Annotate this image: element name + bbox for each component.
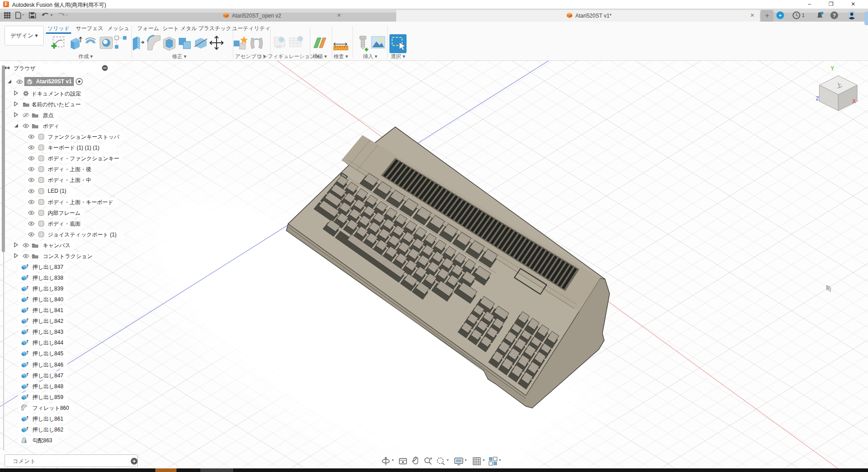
extensions-icon[interactable]: ✦ (776, 11, 784, 21)
browser-item[interactable]: ボディ・上面・キーボード (0, 198, 117, 206)
ribbon-group-dropdown[interactable]: 挿入 ▾ (363, 53, 377, 60)
redo-icon[interactable] (57, 12, 68, 21)
split-body-icon[interactable] (193, 34, 209, 54)
orbit-icon[interactable] (381, 456, 391, 468)
document-tab-inactive[interactable]: Atari520ST_open v2 ✕ (176, 10, 346, 22)
dropdown-caret[interactable]: ▼ (482, 458, 485, 462)
browser-scrollbar-thumb[interactable] (2, 65, 5, 252)
extrude-icon[interactable] (67, 34, 82, 54)
rectangular-pattern-icon[interactable] (113, 34, 128, 53)
close-button[interactable]: ✕ (846, 0, 860, 9)
browser-item[interactable]: 押し出し862 (0, 425, 117, 434)
ribbon-tab-5[interactable]: プラスチック (198, 25, 231, 32)
browser-header[interactable]: ◀◀ブラウザ (0, 64, 111, 73)
browser-root-row[interactable]: Atari520ST v1 (0, 77, 113, 86)
press-pull-icon[interactable] (130, 34, 145, 54)
construction-plane-icon[interactable] (311, 34, 328, 54)
browser-item[interactable]: ボディ・底面 (0, 219, 117, 228)
workspace-switcher[interactable]: デザイン ▾ (5, 26, 44, 45)
new-tab-button[interactable]: + (761, 10, 773, 22)
ribbon-group-dropdown[interactable]: 検査 ▾ (334, 53, 348, 60)
display-settings-icon[interactable] (454, 456, 465, 468)
configuration-icon[interactable] (271, 34, 289, 54)
file-menu-icon[interactable] (15, 12, 25, 21)
dropdown-caret[interactable]: ▼ (446, 458, 449, 462)
move-copy-icon[interactable] (208, 34, 225, 54)
grid-settings-icon[interactable] (472, 456, 482, 468)
save-icon[interactable] (29, 12, 36, 21)
browser-item[interactable]: ボディ・ファンクションキー (0, 154, 117, 163)
taskbar-app-active[interactable] (155, 468, 176, 472)
browser-item[interactable]: コンストラクション (0, 252, 117, 260)
joint-icon[interactable] (248, 34, 265, 54)
viewport-canvas[interactable]: 上前右YZX (0, 0, 868, 472)
user-avatar[interactable] (847, 11, 856, 22)
browser-item[interactable]: 勾配863 (0, 436, 117, 445)
browser-item[interactable]: 名前の付いたビュー (0, 100, 117, 109)
dropdown-caret[interactable]: ▼ (498, 458, 502, 462)
create-sketch-icon[interactable] (51, 34, 67, 53)
browser-item[interactable]: 押し出し842 (0, 317, 117, 325)
browser-item[interactable]: ボディ (0, 122, 117, 130)
browser-item[interactable]: 押し出し844 (0, 338, 117, 347)
browser-item[interactable]: ボディ・上面・中 (0, 176, 117, 184)
ribbon-group-dropdown[interactable]: コンフィギュレーション ▾ (257, 53, 319, 60)
look-at-icon[interactable] (398, 456, 408, 468)
canvas-icon[interactable] (370, 34, 386, 53)
ribbon-tab-4[interactable]: シート メタル (163, 25, 197, 32)
browser-item[interactable]: 押し出し838 (0, 273, 117, 282)
configuration-table-icon[interactable] (288, 34, 305, 54)
windows-taskbar[interactable] (0, 468, 868, 472)
browser-item[interactable]: 押し出し861 (0, 414, 117, 423)
browser-item[interactable]: 内部フレーム (0, 209, 117, 217)
ribbon-tab-3[interactable]: フォーム (137, 25, 159, 32)
help-icon[interactable]: ? (830, 11, 838, 21)
browser-item[interactable]: キーボード (1) (1) (1) (0, 143, 117, 152)
ribbon-group-dropdown[interactable]: 修正 ▾ (172, 53, 186, 60)
browser-item[interactable]: 原点 (0, 111, 117, 119)
shell-icon[interactable] (161, 34, 177, 54)
browser-item[interactable]: 押し出し839 (0, 284, 117, 293)
comment-bar[interactable]: コメント (5, 454, 138, 467)
ribbon-group-dropdown[interactable]: 選択 ▾ (391, 53, 405, 60)
ribbon-tab-2[interactable]: メッシュ (107, 25, 129, 32)
select-icon[interactable] (389, 34, 407, 55)
dropdown-caret[interactable]: ▼ (391, 458, 394, 462)
browser-item[interactable]: 押し出し848 (0, 382, 117, 390)
job-status-icon[interactable]: 1 (792, 11, 806, 21)
browser-item[interactable]: 押し出し859 (0, 393, 117, 401)
pan-icon[interactable] (411, 456, 420, 468)
app-grid-icon[interactable] (4, 12, 11, 21)
dropdown-caret[interactable]: ▼ (464, 458, 467, 462)
tab-close-icon[interactable]: ✕ (750, 12, 755, 18)
add-comment-icon[interactable] (131, 458, 138, 465)
browser-item[interactable]: ドキュメントの設定 (0, 89, 117, 98)
ribbon-group-dropdown[interactable]: 構築 ▾ (312, 53, 327, 60)
hole-icon[interactable] (98, 34, 114, 53)
tab-close-icon[interactable]: ✕ (337, 12, 341, 18)
browser-item[interactable]: キャンバス (0, 241, 117, 250)
new-component-icon[interactable] (232, 34, 249, 54)
combine-icon[interactable] (177, 34, 193, 54)
ribbon-group-dropdown[interactable]: 作成 ▾ (78, 53, 93, 60)
browser-item[interactable]: ファンクションキーストッパ (0, 132, 117, 141)
maximize-button[interactable]: ❐ (824, 0, 838, 9)
taskbar-app[interactable] (200, 468, 233, 472)
browser-item[interactable]: 押し出し841 (0, 306, 117, 314)
viewports-icon[interactable] (488, 456, 498, 468)
zoom-icon[interactable] (423, 456, 433, 468)
panel-minimize-icon[interactable] (102, 65, 108, 71)
activate-radio-icon[interactable] (76, 78, 83, 85)
browser-item[interactable]: 押し出し846 (0, 360, 117, 369)
insert-fastener-icon[interactable] (355, 34, 371, 54)
browser-item[interactable]: 押し出し847 (0, 371, 117, 380)
measure-icon[interactable] (332, 34, 350, 54)
browser-item[interactable]: フィレット860 (0, 404, 117, 412)
undo-icon[interactable] (41, 12, 53, 21)
ribbon-tab-6[interactable]: ユーティリティ (232, 25, 271, 32)
minimize-button[interactable]: – (803, 0, 816, 9)
notifications-bell-icon[interactable] (816, 11, 824, 21)
browser-item[interactable]: 押し出し840 (0, 295, 117, 304)
ribbon-tab-0[interactable]: ソリッド (47, 25, 69, 32)
fillet-icon[interactable] (145, 34, 162, 54)
